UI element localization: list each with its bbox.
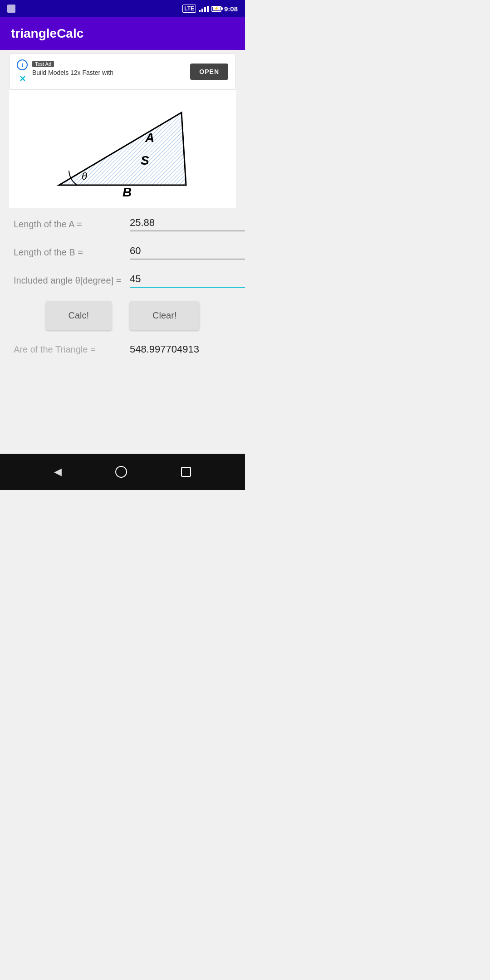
status-icons: LTE ⚡ 9:08 <box>182 5 238 13</box>
result-row: Are of the Triangle = 548.997704913 <box>14 343 231 355</box>
svg-text:B: B <box>122 185 132 199</box>
svg-text:θ: θ <box>82 171 87 182</box>
calc-button[interactable]: Calc! <box>46 301 112 330</box>
app-bar: triangleCalc <box>0 17 245 50</box>
battery-icon: ⚡ <box>211 6 221 12</box>
home-button[interactable] <box>115 466 127 478</box>
ad-label: Test Ad <box>32 61 54 67</box>
status-left <box>7 5 179 13</box>
triangle-diagram: A S θ B <box>9 90 236 208</box>
ad-close-icon[interactable]: ✕ <box>19 74 26 84</box>
ad-info-icon: i <box>17 59 28 70</box>
ad-open-button[interactable]: OPEN <box>190 64 228 80</box>
svg-text:S: S <box>141 153 149 167</box>
length-b-label: Length of the B = <box>14 247 122 258</box>
ad-text: Build Models 12x Faster with <box>32 69 190 76</box>
angle-row: Included angle θ[degree] = <box>14 273 231 288</box>
angle-input[interactable] <box>130 273 245 288</box>
result-label: Are of the Triangle = <box>14 344 122 355</box>
status-bar: LTE ⚡ 9:08 <box>0 0 245 17</box>
result-value: 548.997704913 <box>130 343 199 355</box>
ad-left: i ✕ Test Ad Build Models 12x Faster with <box>17 59 190 84</box>
buttons-row: Calc! Clear! <box>14 301 231 330</box>
length-a-row: Length of the A = <box>14 217 231 231</box>
recents-button[interactable] <box>181 467 191 477</box>
svg-marker-1 <box>59 113 186 185</box>
nav-bar: ◀ <box>0 454 245 490</box>
main-content: Length of the A = Length of the B = Incl… <box>0 208 245 454</box>
back-button[interactable]: ◀ <box>54 466 62 478</box>
lte-icon: LTE <box>182 5 196 13</box>
length-b-input[interactable] <box>130 245 245 260</box>
ad-text-block: Test Ad Build Models 12x Faster with <box>32 59 190 76</box>
svg-text:A: A <box>145 131 154 145</box>
clear-button[interactable]: Clear! <box>130 301 199 330</box>
triangle-svg: A S θ B <box>45 99 200 199</box>
angle-label: Included angle θ[degree] = <box>14 275 122 286</box>
length-a-input[interactable] <box>130 217 245 231</box>
signal-bars <box>199 5 209 12</box>
length-a-label: Length of the A = <box>14 219 122 230</box>
length-b-row: Length of the B = <box>14 245 231 260</box>
ad-banner: i ✕ Test Ad Build Models 12x Faster with… <box>9 54 236 90</box>
time: 9:08 <box>224 5 238 13</box>
app-title: triangleCalc <box>11 26 83 41</box>
